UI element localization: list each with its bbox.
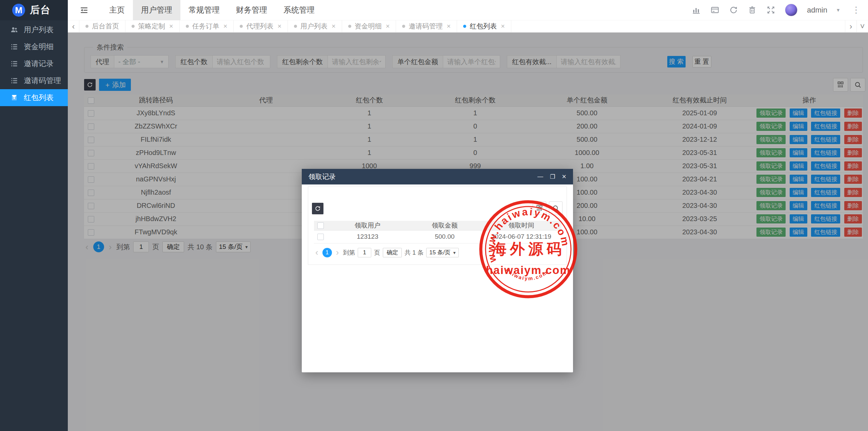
goto-label: 到第: [343, 249, 355, 257]
sidebar-item-invite-codes[interactable]: 邀请码管理: [0, 72, 68, 89]
nav-item-system-mgmt[interactable]: 系统管理: [275, 0, 323, 20]
bar-chart-icon[interactable]: [692, 5, 701, 15]
tabs-scroll-right-icon[interactable]: ›: [845, 20, 856, 32]
tabs-scroll-left-icon[interactable]: ‹: [68, 20, 79, 32]
sidebar-item-redpacket-list[interactable]: 红包列表: [0, 89, 68, 106]
modal-current-page[interactable]: 1: [322, 248, 332, 257]
tab-label: 代理列表: [246, 22, 273, 31]
modal-title: 领取记录: [309, 172, 336, 181]
modal-header[interactable]: 领取记录 — ❐ ×: [302, 169, 573, 184]
sidebar-item-funds[interactable]: 资金明细: [0, 38, 68, 55]
modal-refresh-button[interactable]: [312, 203, 323, 214]
claim-records-table: 领取用户 领取金额 领取时间 123123 500.00 2024-06-07 …: [314, 221, 561, 243]
trash-icon[interactable]: [748, 5, 757, 15]
fullscreen-icon[interactable]: [766, 5, 775, 15]
tab-dot-icon: [132, 25, 135, 28]
tab[interactable]: 代理列表 ×: [234, 20, 288, 32]
tab-close-icon[interactable]: ×: [277, 22, 281, 30]
tab-dot-icon: [240, 25, 243, 28]
modal-cell-time: 2024-06-07 12:31:19: [481, 230, 561, 243]
tab-label: 任务订单: [192, 22, 219, 31]
modal-confirm-page-button[interactable]: 确定: [383, 248, 402, 257]
sidebar-item-label: 红包列表: [24, 93, 54, 103]
modal-table-row: 123123 500.00 2024-06-07 12:31:19: [314, 230, 561, 243]
sidebar-item-invite-records[interactable]: 邀请记录: [0, 55, 68, 72]
tab[interactable]: 红包列表 ×: [457, 20, 511, 32]
modal-col-time: 领取时间: [481, 221, 561, 230]
tab-dot-icon: [186, 25, 189, 28]
modal-per-page-select[interactable]: 15 条/页 ▾: [426, 248, 458, 257]
brand-logo-icon: M: [12, 4, 25, 17]
app-root: M 后台 用户列表 资金明细 邀请记录 邀请码管理 红包列表: [0, 0, 868, 431]
tab-close-icon[interactable]: ×: [501, 22, 505, 30]
minimize-icon[interactable]: —: [537, 173, 543, 180]
close-icon[interactable]: ×: [562, 172, 566, 181]
tab-dot-icon: [294, 25, 297, 28]
sidebar-item-label: 资金明细: [24, 42, 54, 52]
tab-label: 邀请码管理: [409, 22, 442, 31]
sidebar-menu: 用户列表 资金明细 邀请记录 邀请码管理 红包列表: [0, 21, 68, 106]
nav-item-user-mgmt[interactable]: 用户管理: [133, 0, 180, 20]
list-icon: [10, 77, 18, 85]
brand-title: 后台: [30, 3, 51, 17]
tab[interactable]: 邀请码管理 ×: [396, 20, 457, 32]
modal-total-label: 共 1 条: [405, 249, 423, 257]
modal-toolbar-right: [533, 201, 563, 215]
chevron-down-icon[interactable]: ▾: [837, 7, 840, 13]
tab-dot-icon: [463, 25, 466, 28]
sidebar-item-user-list[interactable]: 用户列表: [0, 21, 68, 38]
nav-item-home[interactable]: 主页: [101, 0, 133, 20]
sidebar: M 后台 用户列表 资金明细 邀请记录 邀请码管理 红包列表: [0, 0, 68, 431]
nav-item-general-mgmt[interactable]: 常规管理: [180, 0, 228, 20]
tab-label: 红包列表: [470, 22, 497, 31]
modal-controls: — ❐ ×: [537, 172, 566, 181]
tab-close-icon[interactable]: ×: [386, 22, 390, 30]
modal-select-all-checkbox[interactable]: [317, 222, 324, 229]
select-caret-icon: ▾: [453, 250, 456, 255]
claim-records-modal: 领取记录 — ❐ ×: [302, 169, 573, 372]
tabs: 后台首页 × 策略定制 × 任务订单 × 代理列表 × 用户列表: [79, 20, 845, 32]
kebab-menu-icon[interactable]: ⋮: [849, 5, 863, 15]
refresh-icon[interactable]: [729, 5, 738, 15]
maximize-icon[interactable]: ❐: [550, 173, 555, 180]
prev-page-icon[interactable]: ‹: [314, 247, 320, 258]
modal-columns-button[interactable]: [533, 201, 546, 215]
tab-label: 策略定制: [138, 22, 165, 31]
tab-dot-icon: [348, 25, 351, 28]
tab[interactable]: 后台首页 ×: [79, 20, 125, 32]
tabs-menu-icon[interactable]: ˅: [856, 20, 868, 32]
modal-col-amount: 领取金额: [408, 221, 481, 230]
modal-row-checkbox[interactable]: [317, 234, 324, 240]
tab-close-icon[interactable]: ×: [223, 22, 228, 30]
tab-close-icon[interactable]: ×: [332, 22, 336, 30]
tab-close-icon[interactable]: ×: [447, 22, 451, 30]
topbar: 主页 用户管理 常规管理 财务管理 系统管理 admin ▾ ⋮: [68, 0, 868, 20]
sidebar-toggle-icon[interactable]: [77, 0, 91, 20]
brand-logo[interactable]: M 后台: [0, 0, 68, 20]
avatar[interactable]: [785, 4, 797, 16]
next-page-icon[interactable]: ›: [335, 247, 340, 258]
tab-close-icon[interactable]: ×: [169, 22, 173, 30]
sidebar-item-label: 邀请码管理: [24, 76, 61, 86]
page-unit-label: 页: [374, 249, 380, 257]
per-page-value: 15 条/页: [429, 249, 450, 256]
tab[interactable]: 任务订单 ×: [180, 20, 234, 32]
tab[interactable]: 用户列表 ×: [288, 20, 342, 32]
tab[interactable]: 资金明细 ×: [342, 20, 396, 32]
tab[interactable]: 策略定制 ×: [125, 20, 180, 32]
tab-dot-icon: [402, 25, 405, 28]
modal-pagination: ‹ 1 › 到第 页 确定 共 1 条 15 条/页 ▾: [314, 247, 459, 258]
card-icon[interactable]: [710, 5, 719, 15]
tab-dot-icon: [85, 25, 88, 28]
modal-page-input[interactable]: [358, 248, 371, 257]
modal-search-button[interactable]: [549, 201, 563, 215]
tab-label: 资金明细: [355, 22, 382, 31]
tab-label: 用户列表: [300, 22, 328, 31]
username-label[interactable]: admin: [807, 6, 827, 15]
modal-col-user: 领取用户: [327, 221, 408, 230]
nav-item-finance-mgmt[interactable]: 财务管理: [228, 0, 275, 20]
users-icon: [10, 26, 18, 34]
modal-card: 领取用户 领取金额 领取时间 123123 500.00 2024-06-07 …: [308, 187, 567, 265]
tabbar: ‹ 后台首页 × 策略定制 × 任务订单 × 代理列表 ×: [68, 20, 868, 33]
modal-cell-user: 123123: [327, 230, 408, 243]
